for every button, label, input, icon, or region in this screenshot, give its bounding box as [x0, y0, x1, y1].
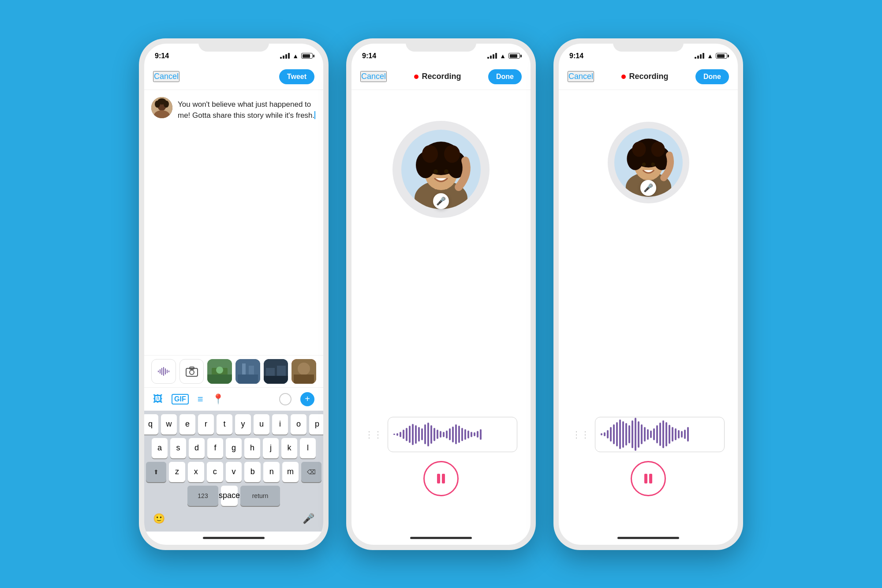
svg-rect-56 — [649, 474, 652, 483]
cancel-button[interactable]: Cancel — [568, 71, 594, 82]
photo-thumbnail-1[interactable] — [207, 359, 232, 384]
gif-icon[interactable]: GIF — [172, 394, 189, 404]
key-a[interactable]: a — [152, 438, 168, 458]
waveform-bar — [647, 429, 649, 440]
microphone-key[interactable]: 🎤 — [299, 511, 318, 526]
key-x[interactable]: x — [188, 462, 204, 482]
waveform-bars — [601, 417, 689, 452]
done-button[interactable]: Done — [695, 69, 729, 84]
waveform-bar — [430, 425, 432, 444]
key-t[interactable]: t — [217, 414, 232, 434]
status-icons: ▲ — [487, 52, 520, 60]
waveform-bar — [421, 428, 423, 440]
microphone-badge: 🎤 — [640, 180, 656, 196]
nav-bar: Cancel Recording Done — [559, 66, 738, 90]
status-icons: ▲ — [280, 52, 313, 60]
svg-rect-42 — [437, 474, 440, 483]
photo-thumbnail-4[interactable] — [292, 359, 316, 384]
status-time: 9:14 — [362, 52, 376, 60]
key-j[interactable]: j — [263, 438, 279, 458]
notch — [198, 38, 269, 52]
key-p[interactable]: p — [309, 414, 323, 434]
key-c[interactable]: c — [207, 462, 223, 482]
key-k[interactable]: k — [281, 438, 297, 458]
waveform-bar — [641, 424, 643, 445]
key-m[interactable]: m — [282, 462, 299, 482]
waveform-section: ⋮⋮ — [360, 417, 522, 452]
done-button[interactable]: Done — [488, 69, 522, 84]
key-h[interactable]: h — [244, 438, 260, 458]
pause-icon — [642, 472, 655, 485]
list-icon[interactable]: ≡ — [198, 393, 203, 405]
cancel-button[interactable]: Cancel — [153, 71, 179, 82]
key-u[interactable]: u — [254, 414, 269, 434]
phone-compose: 9:14 ▲ Cancel Tweet — [139, 38, 329, 550]
svg-rect-7 — [160, 369, 161, 374]
waveform-bar — [400, 432, 401, 437]
pause-button[interactable] — [423, 461, 459, 496]
key-v[interactable]: v — [226, 462, 242, 482]
return-key[interactable]: return — [240, 486, 280, 506]
waveform-bar — [619, 419, 621, 449]
key-g[interactable]: g — [226, 438, 242, 458]
photo-thumbnail-2[interactable] — [235, 359, 260, 384]
add-content-button[interactable]: + — [300, 392, 314, 406]
key-z[interactable]: z — [169, 462, 185, 482]
svg-point-53 — [642, 163, 646, 167]
waveform-bar — [440, 431, 441, 438]
photo-thumbnail-3[interactable] — [264, 359, 288, 384]
emoji-key[interactable]: 🙂 — [149, 511, 168, 526]
key-r[interactable]: r — [198, 414, 214, 434]
svg-rect-8 — [161, 368, 162, 375]
space-key[interactable]: space — [221, 486, 238, 506]
svg-rect-27 — [264, 376, 288, 384]
waveform-bar — [687, 427, 689, 442]
svg-point-51 — [632, 142, 646, 157]
waveform-bar — [622, 421, 624, 448]
delete-key[interactable]: ⌫ — [301, 462, 321, 482]
waveform-bar — [678, 430, 680, 438]
key-i[interactable]: i — [272, 414, 288, 434]
keyboard-row-3: ⬆ z x c v b n m ⌫ — [146, 462, 321, 482]
waveform-bar — [415, 425, 417, 444]
key-l[interactable]: l — [300, 438, 316, 458]
key-w[interactable]: w — [161, 414, 177, 434]
waveform-bar — [427, 423, 429, 446]
waveform-bar — [681, 431, 683, 437]
svg-point-39 — [444, 145, 460, 163]
waveform-bar — [393, 434, 395, 435]
waveform-bar — [610, 427, 612, 442]
camera-button[interactable] — [179, 359, 204, 384]
svg-point-41 — [444, 169, 448, 174]
waveform-bar — [396, 433, 398, 436]
svg-point-29 — [298, 363, 310, 375]
compose-text[interactable]: You won't believe what just happened to … — [178, 98, 314, 120]
key-b[interactable]: b — [244, 462, 261, 482]
waveform-box — [595, 417, 725, 452]
signal-icon — [487, 53, 497, 59]
image-icon[interactable]: 🖼 — [153, 393, 163, 405]
pause-button[interactable] — [631, 461, 666, 496]
signal-icon — [280, 53, 290, 59]
status-icons: ▲ — [695, 52, 727, 60]
status-time: 9:14 — [155, 52, 169, 60]
key-o[interactable]: o — [291, 414, 306, 434]
key-y[interactable]: y — [235, 414, 251, 434]
audio-record-button[interactable] — [151, 359, 176, 384]
keyboard-row-2: a s d f g h j k l — [146, 438, 321, 458]
waveform-bars — [393, 417, 482, 452]
location-icon[interactable]: 📍 — [212, 393, 224, 405]
waveform-bar — [446, 431, 448, 438]
microphone-badge: 🎤 — [433, 193, 449, 209]
key-n[interactable]: n — [263, 462, 280, 482]
key-e[interactable]: e — [179, 414, 195, 434]
key-q[interactable]: q — [144, 414, 158, 434]
numbers-key[interactable]: 123 — [187, 486, 218, 506]
cancel-button[interactable]: Cancel — [360, 71, 387, 82]
key-s[interactable]: s — [170, 438, 186, 458]
key-d[interactable]: d — [189, 438, 205, 458]
waveform-bar — [455, 424, 457, 444]
key-f[interactable]: f — [207, 438, 223, 458]
tweet-button[interactable]: Tweet — [279, 69, 314, 84]
shift-key[interactable]: ⬆ — [146, 462, 166, 482]
